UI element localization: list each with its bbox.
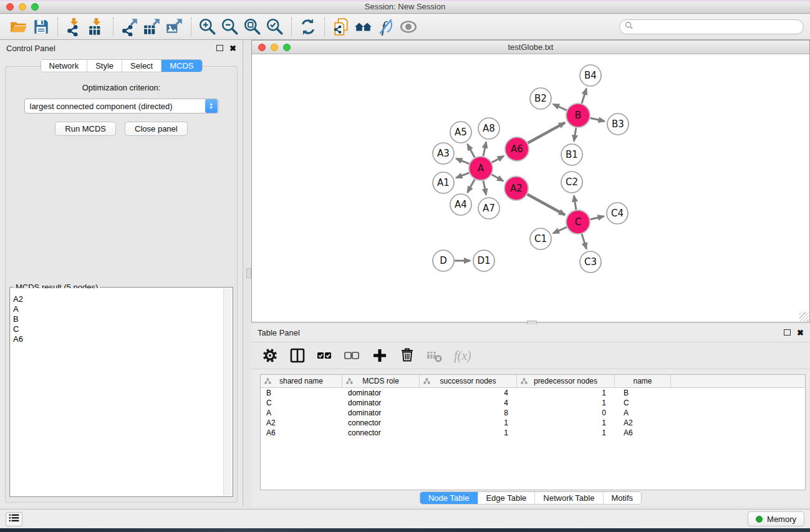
export-network-button[interactable] bbox=[118, 16, 141, 37]
result-item-a6[interactable]: A6 bbox=[13, 334, 229, 344]
table-row[interactable]: Cdominator41C bbox=[261, 398, 805, 408]
graph-edge-C-C1[interactable] bbox=[553, 227, 567, 233]
select-all-columns-button[interactable] bbox=[314, 345, 336, 366]
result-list-scrollbar[interactable] bbox=[223, 289, 231, 495]
result-item-a2[interactable]: A2 bbox=[13, 294, 229, 304]
graph-edge-C-C2[interactable] bbox=[574, 196, 576, 210]
float-table-panel-button[interactable] bbox=[784, 329, 791, 336]
column-header-shared-name[interactable]: shared name bbox=[261, 375, 342, 387]
graph-node-A1[interactable]: A1 bbox=[433, 172, 454, 193]
network-minimize-button[interactable] bbox=[271, 44, 278, 51]
graph-node-B3[interactable]: B3 bbox=[607, 114, 629, 135]
graph-edge-B-B4[interactable] bbox=[582, 89, 586, 104]
graph-node-A5[interactable]: A5 bbox=[450, 122, 471, 143]
tab-edge-table[interactable]: Edge Table bbox=[478, 492, 535, 504]
graph-node-D1[interactable]: D1 bbox=[473, 250, 494, 271]
graph-edge-A2-C[interactable] bbox=[528, 195, 565, 215]
mcds-result-list[interactable]: A2ABCA6 bbox=[11, 288, 232, 496]
table-row[interactable]: A2connector11A2 bbox=[261, 418, 805, 428]
graph-node-C2[interactable]: C2 bbox=[561, 172, 582, 193]
network-canvas[interactable]: B4B2BB3A5A8A6B1A3AC2A1A2A4A7C4CC1C3DD1 bbox=[252, 55, 809, 322]
graph-node-B2[interactable]: B2 bbox=[530, 88, 551, 109]
vertical-divider-grip[interactable] bbox=[246, 268, 251, 278]
result-item-a[interactable]: A bbox=[13, 304, 229, 314]
graph-node-C[interactable]: C bbox=[566, 210, 590, 234]
graph-edge-B-B2[interactable] bbox=[553, 104, 567, 110]
graph-edge-A-A4[interactable] bbox=[468, 180, 475, 193]
hide-graphics-details-button[interactable]: f bbox=[375, 16, 397, 37]
column-header-mcds-role[interactable]: MCDS role bbox=[342, 375, 420, 387]
graph-edge-A-A3[interactable] bbox=[456, 158, 469, 163]
close-window-button[interactable] bbox=[6, 3, 14, 11]
table-row[interactable]: A6connector11A6 bbox=[261, 428, 805, 438]
column-header-name[interactable]: name bbox=[615, 375, 671, 387]
zoom-window-button[interactable] bbox=[31, 3, 39, 11]
graph-edge-B-B1[interactable] bbox=[574, 128, 576, 142]
zoom-in-button[interactable] bbox=[196, 16, 219, 37]
network-close-button[interactable] bbox=[258, 44, 266, 51]
search-box[interactable] bbox=[619, 19, 804, 34]
graph-node-B4[interactable]: B4 bbox=[580, 65, 601, 86]
graph-edge-B-B3[interactable] bbox=[591, 118, 605, 121]
graph-edge-A6-B[interactable] bbox=[528, 123, 566, 143]
export-table-button[interactable] bbox=[141, 16, 163, 37]
unselect-all-columns-button[interactable] bbox=[341, 345, 364, 366]
graph-node-C1[interactable]: C1 bbox=[530, 228, 551, 249]
tab-node-table[interactable]: Node Table bbox=[420, 492, 478, 504]
add-column-button[interactable] bbox=[369, 345, 391, 366]
graph-node-A6[interactable]: A6 bbox=[505, 137, 529, 161]
tab-select[interactable]: Select bbox=[122, 60, 162, 72]
graph-node-A4[interactable]: A4 bbox=[450, 194, 471, 215]
copy-document-button[interactable] bbox=[330, 16, 352, 37]
column-header-successor-nodes[interactable]: successor nodes bbox=[420, 375, 517, 387]
graph-edge-A-A8[interactable] bbox=[483, 142, 486, 157]
task-history-button[interactable] bbox=[6, 512, 22, 526]
graph-node-A2[interactable]: A2 bbox=[504, 177, 528, 200]
show-hide-panels-eye-button[interactable] bbox=[397, 16, 420, 37]
window-resize-grip[interactable] bbox=[799, 312, 809, 321]
close-panel-button-mcds[interactable]: Close panel bbox=[125, 122, 188, 136]
graph-node-B[interactable]: B bbox=[566, 104, 590, 127]
table-row[interactable]: Adominator80A bbox=[261, 408, 805, 418]
run-mcds-button[interactable]: Run MCDS bbox=[55, 122, 116, 136]
export-image-button[interactable] bbox=[163, 16, 186, 37]
memory-button[interactable]: Memory bbox=[748, 511, 804, 526]
zoom-selected-button[interactable] bbox=[264, 16, 286, 37]
criterion-select[interactable]: largest connected component (directed) ▲… bbox=[24, 99, 219, 114]
graph-edge-A-A5[interactable] bbox=[468, 144, 475, 157]
graph-node-A8[interactable]: A8 bbox=[478, 118, 499, 139]
result-item-b[interactable]: B bbox=[13, 314, 229, 324]
graph-edge-A-A2[interactable] bbox=[491, 175, 503, 181]
graph-node-C4[interactable]: C4 bbox=[607, 203, 628, 224]
refresh-button[interactable] bbox=[297, 16, 319, 37]
tab-network-table[interactable]: Network Table bbox=[535, 492, 603, 504]
graph-edge-C-C4[interactable] bbox=[591, 216, 604, 220]
tab-motifs[interactable]: Motifs bbox=[603, 492, 641, 504]
graph-edge-A-A6[interactable] bbox=[492, 156, 504, 162]
column-header-predecessor-nodes[interactable]: predecessor nodes bbox=[517, 375, 615, 387]
network-zoom-button[interactable] bbox=[283, 44, 291, 51]
import-network-button[interactable] bbox=[63, 16, 85, 37]
tab-network[interactable]: Network bbox=[41, 60, 87, 72]
zoom-fit-button[interactable] bbox=[241, 16, 264, 37]
graph-node-A[interactable]: A bbox=[469, 157, 493, 180]
graph-edge-A-A7[interactable] bbox=[483, 181, 486, 195]
save-button[interactable] bbox=[30, 16, 52, 37]
tab-mcds[interactable]: MCDS bbox=[162, 60, 201, 72]
result-item-c[interactable]: C bbox=[13, 324, 229, 334]
zoom-out-button[interactable] bbox=[219, 16, 241, 37]
graph-edge-C-C3[interactable] bbox=[582, 234, 586, 249]
graph-node-D[interactable]: D bbox=[433, 250, 454, 271]
tab-style[interactable]: Style bbox=[87, 60, 122, 72]
close-table-panel-button[interactable]: ✖ bbox=[797, 329, 804, 337]
graph-node-A3[interactable]: A3 bbox=[433, 143, 454, 164]
network-window-titlebar[interactable]: testGlobe.txt bbox=[252, 41, 809, 54]
close-panel-button[interactable]: ✖ bbox=[229, 44, 236, 52]
graph-node-C3[interactable]: C3 bbox=[580, 251, 601, 273]
open-folder-button[interactable] bbox=[7, 16, 30, 37]
float-panel-button[interactable] bbox=[216, 45, 223, 51]
search-input[interactable] bbox=[637, 22, 798, 32]
settings-gear-button[interactable] bbox=[259, 345, 281, 366]
minimize-window-button[interactable] bbox=[19, 3, 26, 11]
graph-node-B1[interactable]: B1 bbox=[561, 144, 582, 165]
